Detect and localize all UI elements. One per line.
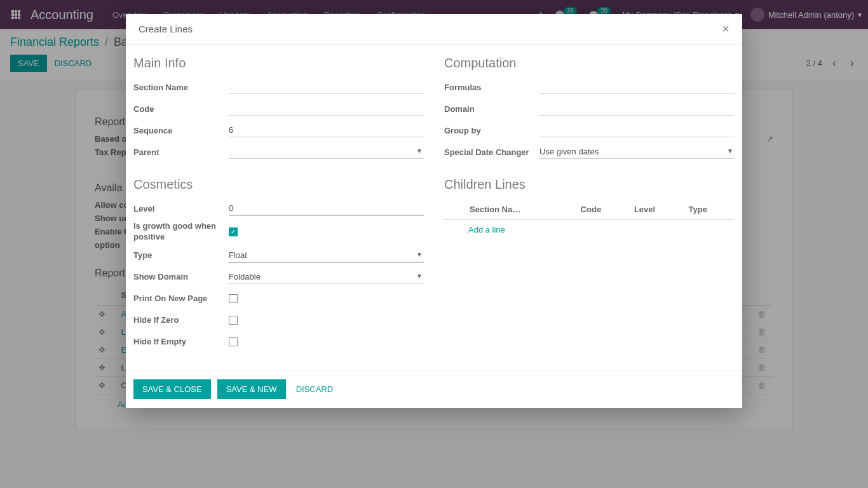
- growth-label: Is growth good when positive: [133, 221, 229, 243]
- type-select[interactable]: [229, 248, 424, 262]
- formulas-label: Formulas: [444, 83, 539, 92]
- type-label: Type: [133, 250, 229, 260]
- show-domain-label: Show Domain: [133, 272, 229, 281]
- hide-if-zero-label: Hide If Zero: [133, 315, 229, 325]
- modal-backdrop: Create Lines × Main Info Section Name Co…: [0, 0, 868, 488]
- formulas-input[interactable]: [539, 80, 735, 94]
- level-label: Level: [133, 204, 229, 214]
- close-icon[interactable]: ×: [722, 22, 729, 36]
- dialog-title: Create Lines: [139, 24, 193, 34]
- hide-if-empty-label: Hide If Empty: [133, 337, 229, 346]
- main-info-heading: Main Info: [133, 56, 424, 71]
- parent-label: Parent: [133, 147, 229, 157]
- col-level: Level: [630, 200, 685, 220]
- sequence-input[interactable]: [229, 123, 424, 137]
- section-name-input[interactable]: [229, 80, 424, 94]
- section-name-label: Section Name: [133, 83, 229, 92]
- level-input[interactable]: [229, 201, 424, 215]
- save-close-button[interactable]: SAVE & CLOSE: [133, 379, 211, 399]
- sequence-label: Sequence: [133, 126, 229, 135]
- code-input[interactable]: [229, 102, 424, 116]
- parent-select[interactable]: [229, 145, 424, 159]
- right-column: Computation Formulas Domain Group by Spe…: [444, 56, 735, 355]
- col-code: Code: [577, 200, 630, 220]
- show-domain-select[interactable]: [229, 270, 424, 284]
- growth-checkbox[interactable]: ✓: [229, 227, 238, 236]
- group-by-label: Group by: [444, 126, 539, 135]
- group-by-input[interactable]: [539, 123, 735, 137]
- hide-if-empty-checkbox[interactable]: [229, 337, 238, 346]
- cosmetics-heading: Cosmetics: [133, 177, 424, 192]
- modal-discard-button[interactable]: DISCARD: [296, 384, 334, 394]
- hide-if-zero-checkbox[interactable]: [229, 316, 238, 325]
- code-label: Code: [133, 104, 229, 114]
- col-type: Type: [685, 200, 735, 220]
- special-date-label: Special Date Changer: [444, 147, 539, 157]
- save-new-button[interactable]: SAVE & NEW: [217, 379, 286, 399]
- col-section-name: Section Na…: [466, 200, 577, 220]
- domain-label: Domain: [444, 104, 539, 114]
- children-lines-heading: Children Lines: [444, 177, 735, 192]
- children-table: Section Na… Code Level Type: [444, 200, 735, 220]
- left-column: Main Info Section Name Code Sequence Par…: [133, 56, 424, 355]
- special-date-select[interactable]: [539, 145, 735, 159]
- print-new-page-checkbox[interactable]: [229, 294, 238, 303]
- create-lines-dialog: Create Lines × Main Info Section Name Co…: [126, 14, 742, 408]
- domain-input[interactable]: [539, 102, 735, 116]
- print-new-page-label: Print On New Page: [133, 294, 229, 303]
- children-add-line[interactable]: Add a line: [444, 220, 735, 240]
- computation-heading: Computation: [444, 56, 735, 71]
